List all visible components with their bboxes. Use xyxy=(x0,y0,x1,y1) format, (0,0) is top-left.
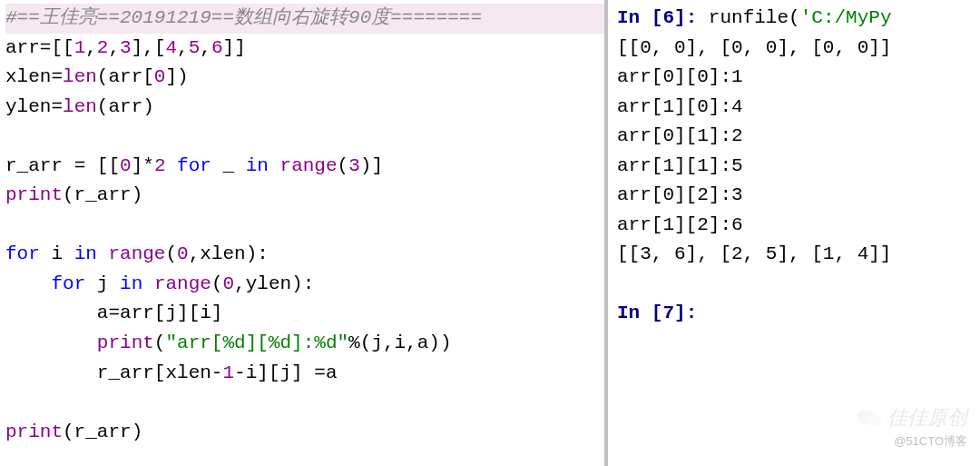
console-line xyxy=(617,270,980,300)
editor-line[interactable]: for i in range(0,xlen): xyxy=(5,240,604,270)
console-line[interactable]: In [6]: runfile('C:/MyPy xyxy=(617,4,980,34)
console-line: [[0, 0], [0, 0], [0, 0]] xyxy=(617,34,980,64)
editor-line[interactable] xyxy=(5,388,604,418)
editor-line[interactable] xyxy=(5,122,604,152)
editor-line[interactable] xyxy=(5,211,604,241)
editor-line[interactable]: print(r_arr) xyxy=(5,418,604,448)
editor-line[interactable]: #==王佳亮==20191219==数组向右旋转90度======== xyxy=(5,4,604,34)
editor-line[interactable]: for j in range(0,ylen): xyxy=(5,270,604,300)
editor-line[interactable]: r_arr[xlen-1-i][j] =a xyxy=(5,359,604,389)
editor-line[interactable]: print("arr[%d][%d]:%d"%(j,i,a)) xyxy=(5,329,604,359)
console-line: arr[0][2]:3 xyxy=(617,181,980,211)
console-line[interactable]: In [7]: xyxy=(617,299,980,329)
editor-line[interactable]: ylen=len(arr) xyxy=(5,93,604,123)
console-line: arr[0][1]:2 xyxy=(617,122,980,152)
console-line: arr[0][0]:1 xyxy=(617,63,980,93)
editor-line[interactable]: a=arr[j][i] xyxy=(5,299,604,329)
console-line: [[3, 6], [2, 5], [1, 4]] xyxy=(617,240,980,270)
editor-line[interactable]: xlen=len(arr[0]) xyxy=(5,63,604,93)
console-line: arr[1][0]:4 xyxy=(617,93,980,123)
editor-line[interactable]: r_arr = [[0]*2 for _ in range(3)] xyxy=(5,152,604,182)
console-line: arr[1][1]:5 xyxy=(617,152,980,182)
console-line: arr[1][2]:6 xyxy=(617,211,980,241)
console-pane[interactable]: In [6]: runfile('C:/MyPy[[0, 0], [0, 0],… xyxy=(606,0,980,466)
editor-line[interactable]: print(r_arr) xyxy=(5,181,604,211)
code-editor-pane[interactable]: #==王佳亮==20191219==数组向右旋转90度========arr=[… xyxy=(0,0,606,466)
editor-line[interactable]: arr=[[1,2,3],[4,5,6]] xyxy=(5,34,604,64)
